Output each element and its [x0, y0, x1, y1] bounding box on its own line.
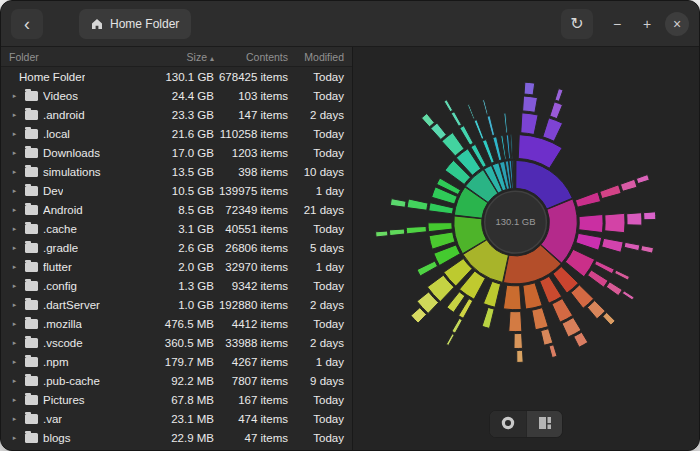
ring-segment[interactable]: [620, 179, 637, 191]
expander-icon[interactable]: ▸: [9, 282, 20, 290]
ring-segment[interactable]: [543, 118, 563, 141]
expander-icon[interactable]: ▸: [9, 149, 20, 157]
table-row[interactable]: ▸Videos24.4 GB103 itemsToday: [1, 86, 352, 105]
table-row[interactable]: ▸Android8.5 GB72349 items21 days: [1, 200, 352, 219]
ring-segment[interactable]: [501, 136, 507, 160]
table-row[interactable]: ▸.var23.1 MB474 itemsToday: [1, 409, 352, 428]
ring-segment[interactable]: [434, 245, 460, 266]
table-row[interactable]: ▸.gradle2.6 GB26806 items5 days: [1, 238, 352, 257]
expander-icon[interactable]: ▸: [9, 434, 20, 442]
table-row[interactable]: ▸.cache3.1 GB40551 itemsToday: [1, 219, 352, 238]
ring-segment[interactable]: [603, 312, 615, 325]
table-row[interactable]: ▸.config1.3 GB9342 itemsToday: [1, 276, 352, 295]
ring-segment[interactable]: [474, 120, 484, 139]
ring-segment[interactable]: [549, 345, 557, 358]
ring-segment[interactable]: [550, 102, 563, 119]
ring-segment[interactable]: [431, 123, 447, 139]
ring-segment[interactable]: [532, 308, 548, 330]
ring-segment[interactable]: [622, 291, 634, 300]
ring-segment[interactable]: [468, 105, 475, 119]
ring-segment[interactable]: [487, 116, 495, 136]
ring-segment[interactable]: [600, 185, 621, 199]
ring-segment[interactable]: [504, 113, 508, 133]
ring-segment[interactable]: [555, 89, 563, 102]
ring-segment[interactable]: [517, 350, 523, 362]
column-header-contents[interactable]: Contents: [214, 51, 288, 63]
expander-icon[interactable]: ▸: [9, 225, 20, 233]
ring-segment[interactable]: [575, 192, 600, 207]
table-row[interactable]: ▸blogs22.9 MB47 itemsToday: [1, 428, 352, 447]
table-row[interactable]: ▸.local21.6 GB110258 itemsToday: [1, 124, 352, 143]
back-button[interactable]: ‹: [11, 9, 43, 39]
expander-icon[interactable]: ▸: [9, 130, 20, 138]
ring-segment[interactable]: [636, 175, 649, 184]
ring-segment[interactable]: [576, 233, 602, 250]
ring-segment[interactable]: [421, 113, 434, 126]
refresh-button[interactable]: ↻: [561, 9, 593, 39]
table-row[interactable]: ▸Downloads17.0 GB1203 itemsToday: [1, 143, 352, 162]
expander-icon[interactable]: ▸: [9, 168, 20, 176]
expander-icon[interactable]: ▸: [9, 415, 20, 423]
expander-icon[interactable]: ▸: [9, 301, 20, 309]
ring-segment[interactable]: [523, 283, 542, 309]
expander-icon[interactable]: ▸: [9, 358, 20, 366]
ring-segment[interactable]: [509, 312, 522, 332]
table-row[interactable]: ▸.mozilla476.5 MB4412 itemsToday: [1, 314, 352, 333]
ring-segment[interactable]: [503, 285, 521, 309]
table-row[interactable]: ▸.android23.3 GB147 items2 days: [1, 105, 352, 124]
location-button[interactable]: Home Folder: [79, 9, 191, 39]
expander-icon[interactable]: ▸: [9, 187, 20, 195]
table-row[interactable]: ▸Dev10.5 GB139975 items1 day: [1, 181, 352, 200]
table-row[interactable]: ▸.npm179.7 MB4267 items1 day: [1, 352, 352, 371]
ring-segment[interactable]: [429, 203, 454, 214]
column-header-size[interactable]: Size▴: [154, 51, 214, 63]
ring-segment[interactable]: [460, 126, 474, 145]
ring-segment[interactable]: [483, 281, 500, 307]
treemap-view-button[interactable]: [526, 411, 562, 437]
ring-segment[interactable]: [641, 246, 654, 254]
table-row[interactable]: ▸.dartServer1.0 GB192880 items2 days: [1, 295, 352, 314]
expander-icon[interactable]: ▸: [9, 320, 20, 328]
ring-segment[interactable]: [514, 333, 522, 348]
table-row[interactable]: ▸flutter2.0 GB32970 items1 day: [1, 257, 352, 276]
expander-icon[interactable]: ▸: [9, 377, 20, 385]
table-row[interactable]: ▸.pub-cache92.2 MB7807 items9 days: [1, 371, 352, 390]
ring-segment[interactable]: [417, 261, 438, 276]
maximize-button[interactable]: +: [635, 12, 659, 36]
rings-view-button[interactable]: [490, 411, 526, 437]
ring-segment[interactable]: [493, 137, 502, 161]
close-button[interactable]: ×: [665, 12, 689, 36]
ring-segment[interactable]: [588, 270, 608, 287]
ring-segment[interactable]: [483, 100, 488, 115]
expander-icon[interactable]: ▸: [9, 206, 20, 214]
ring-segment[interactable]: [428, 223, 452, 232]
ring-segment[interactable]: [644, 212, 656, 220]
ring-segment[interactable]: [482, 307, 494, 328]
column-header-modified[interactable]: Modified: [288, 51, 344, 63]
minimize-button[interactable]: −: [605, 12, 629, 36]
ring-segment[interactable]: [389, 229, 404, 236]
ring-segment[interactable]: [605, 213, 625, 232]
ring-segment[interactable]: [390, 199, 406, 208]
ring-segment[interactable]: [595, 261, 615, 274]
ring-segment[interactable]: [407, 199, 428, 210]
table-row[interactable]: ▸simulations13.5 GB398 items10 days: [1, 162, 352, 181]
ring-segment[interactable]: [541, 329, 553, 346]
ring-segment[interactable]: [579, 214, 603, 232]
ring-segment[interactable]: [624, 242, 640, 250]
ring-segment[interactable]: [523, 96, 538, 112]
expander-icon[interactable]: ▸: [9, 111, 20, 119]
expander-icon[interactable]: ▸: [9, 263, 20, 271]
table-row[interactable]: ▸.vscode360.5 MB33988 items2 days: [1, 333, 352, 352]
ring-segment[interactable]: [506, 135, 510, 159]
expander-icon[interactable]: ▸: [9, 339, 20, 347]
ring-segment[interactable]: [524, 82, 535, 95]
ring-segment[interactable]: [602, 238, 624, 252]
ring-segment[interactable]: [552, 299, 573, 323]
ring-segment[interactable]: [482, 140, 494, 164]
expander-icon[interactable]: ▸: [9, 396, 20, 404]
rings-chart[interactable]: 130.1 GB: [353, 47, 699, 450]
ring-segment[interactable]: [444, 100, 453, 112]
column-header-folder[interactable]: Folder: [9, 51, 154, 63]
ring-segment[interactable]: [406, 226, 426, 233]
